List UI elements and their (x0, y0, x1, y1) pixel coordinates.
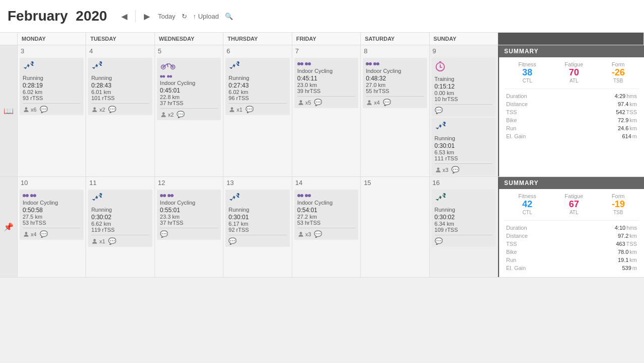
activity-card-11[interactable]: Running 0:30:02 6.62 km 119 rTSS x1 💬 (88, 190, 152, 247)
today-button[interactable]: Today (158, 13, 176, 20)
summary-stats-2: Fitness 42 CTL Fatigue 67 ATL Form -19 T… (504, 193, 639, 215)
comment-icon-13[interactable]: 💬 (228, 237, 236, 245)
next-button[interactable]: ▶ (140, 10, 154, 23)
comment-icon-7[interactable]: 💬 (314, 99, 322, 106)
activity-name-7: Indoor Cycling (297, 68, 355, 74)
day-cell-14: 14 Indoor Cycling 0:54:01 27.2 km 53 hrT… (292, 177, 361, 277)
run-value-2: 19.1 (618, 257, 628, 263)
day-number-14: 14 (292, 177, 360, 189)
activity-card-10[interactable]: Indoor Cycling 0:50:58 27.5 km 53 hrTSS … (20, 190, 84, 240)
activity-card-16[interactable]: Running 0:30:02 6.34 km 109 rTSS 💬 (432, 190, 496, 247)
activity-card-4[interactable]: Running 0:28:43 6.01 km 101 rTSS x2 💬 (88, 58, 152, 115)
activity-card-5[interactable]: Indoor Cycling 0:45:01 22.8 km 37 hrTSS … (157, 58, 221, 120)
summary-elgain-1: El. Gain 614m (504, 132, 639, 140)
svg-point-28 (33, 194, 36, 197)
activity-card-8[interactable]: Indoor Cycling 0:48:32 27.0 km 55 hrTSS … (363, 58, 427, 108)
svg-point-27 (30, 194, 33, 197)
refresh-button[interactable]: ↻ (182, 13, 187, 20)
pin-icon: 📌 (4, 222, 14, 232)
run-icon-6 (228, 61, 286, 73)
header-thursday: THURSDAY (223, 33, 292, 45)
activity-time-7: 0:45:11 (297, 75, 355, 82)
activity-dist-13: 6.17 km (228, 221, 286, 227)
header-wednesday: WEDNESDAY (155, 33, 223, 45)
duration-label-2: Duration (506, 225, 527, 231)
summary-stats-1: Fitness 38 CTL Fatigue 70 ATL Form -26 T… (504, 61, 639, 83)
activity-name-13: Running (228, 207, 286, 213)
comment-icon-9b[interactable]: 💬 (451, 166, 459, 173)
activity-card-9b[interactable]: Running 0:30:01 6.53 km 111 rTSS x3 💬 (432, 118, 496, 175)
fitness-unit-2: CTL (518, 210, 536, 215)
svg-point-24 (437, 167, 439, 170)
activity-name-14: Indoor Cycling (297, 200, 355, 206)
svg-point-35 (297, 194, 300, 197)
activity-time-6: 0:27:43 (228, 82, 286, 89)
upload-button[interactable]: ↑ Upload (193, 13, 219, 20)
prev-button[interactable]: ◀ (117, 10, 131, 23)
comment-icon-3[interactable]: 💬 (40, 106, 48, 113)
comment-icon-16[interactable]: 💬 (435, 237, 443, 245)
svg-point-0 (25, 107, 28, 110)
activity-dist-7: 23.0 km (297, 82, 355, 88)
activity-dist-6: 6.02 km (228, 89, 286, 95)
day-cell-9: 9 Training 0:15:12 0.00 km 10 hrTSS 💬 Ru… (430, 45, 498, 176)
day-cell-12: 12 Indoor Cycling 0:55:01 23.3 km 37 hrT… (155, 177, 223, 277)
activity-tss-9b: 111 rTSS (435, 155, 493, 161)
comment-icon-9a[interactable]: 💬 (435, 107, 443, 114)
svg-point-17 (299, 100, 302, 103)
activity-card-7[interactable]: Indoor Cycling 0:45:11 23.0 km 39 hrTSS … (294, 58, 358, 108)
activity-card-12[interactable]: Indoor Cycling 0:55:01 23.3 km 37 hrTSS … (157, 190, 221, 240)
activity-card-14[interactable]: Indoor Cycling 0:54:01 27.2 km 53 hrTSS … (294, 190, 358, 240)
distance-value-1: 97.4 (618, 101, 628, 107)
activity-dist-8: 27.0 km (366, 82, 424, 88)
activity-dist-16: 6.34 km (435, 221, 493, 227)
activity-card-13[interactable]: Running 0:30:01 6.17 km 92 rTSS 💬 (225, 190, 289, 247)
comment-icon-11[interactable]: 💬 (108, 237, 116, 245)
comment-icon-8[interactable]: 💬 (383, 99, 391, 106)
activity-card-9a[interactable]: Training 0:15:12 0.00 km 10 hrTSS 💬 (432, 58, 496, 116)
comment-icon-5[interactable]: 💬 (177, 111, 185, 118)
activity-tss-7: 39 hrTSS (297, 88, 355, 94)
run-icon-3 (23, 61, 80, 73)
activity-time-11: 0:30:02 (91, 214, 149, 221)
activity-card-6[interactable]: Running 0:27:43 6.02 km 96 rTSS x1 💬 (225, 58, 289, 115)
fatigue-value-2: 67 (565, 199, 583, 210)
form-label-1: Form (612, 61, 625, 67)
search-button[interactable]: 🔍 (225, 13, 233, 20)
activity-tss-16: 109 rTSS (435, 227, 493, 233)
day-cell-15: 15 (361, 177, 429, 277)
athlete-count-4: x2 (91, 106, 105, 113)
activity-footer-13: 💬 (228, 235, 286, 245)
comment-icon-14[interactable]: 💬 (314, 230, 322, 238)
comment-icon-12[interactable]: 💬 (160, 230, 168, 238)
summary-header-2: SUMMARY (499, 177, 644, 189)
athlete-count-6: x1 (228, 106, 243, 113)
activity-time-14: 0:54:01 (297, 207, 355, 214)
activity-dist-14: 27.2 km (297, 214, 355, 220)
run-value-1: 24.6 (618, 125, 628, 131)
comment-icon-6[interactable]: 💬 (246, 106, 254, 113)
tss-value-2: 463 (616, 241, 625, 247)
activity-card-3[interactable]: Running 0:28:19 6.02 km 93 rTSS x6 💬 (20, 58, 84, 115)
day-number-9: 9 (430, 45, 498, 57)
header-sunday: SUNDAY (430, 33, 498, 45)
svg-point-19 (369, 62, 372, 65)
distance-label-1: Distance (506, 101, 528, 107)
header-left-spacer (0, 33, 18, 45)
fatigue-label-1: Fatigue (565, 61, 583, 67)
summary-bike-2: Bike 78.0km (504, 248, 639, 256)
summary-duration-1: Duration 4:29hms (504, 92, 639, 100)
activity-name-16: Running (435, 207, 493, 213)
comment-icon-10[interactable]: 💬 (40, 230, 48, 238)
svg-point-21 (376, 62, 379, 65)
header-friday: FRIDAY (292, 33, 361, 45)
summary-tss-2: TSS 463TSS (504, 240, 639, 248)
activity-tss-3: 93 rTSS (23, 95, 80, 101)
day-cell-13: 13 Running 0:30:01 6.17 km 92 rTSS 💬 (223, 177, 292, 277)
activity-dist-11: 6.62 km (91, 221, 149, 227)
comment-icon-4[interactable]: 💬 (108, 106, 116, 113)
activity-tss-10: 53 hrTSS (23, 220, 80, 226)
day-number-16: 16 (430, 177, 498, 189)
activity-time-4: 0:28:43 (91, 82, 149, 89)
day-number-13: 13 (223, 177, 291, 189)
